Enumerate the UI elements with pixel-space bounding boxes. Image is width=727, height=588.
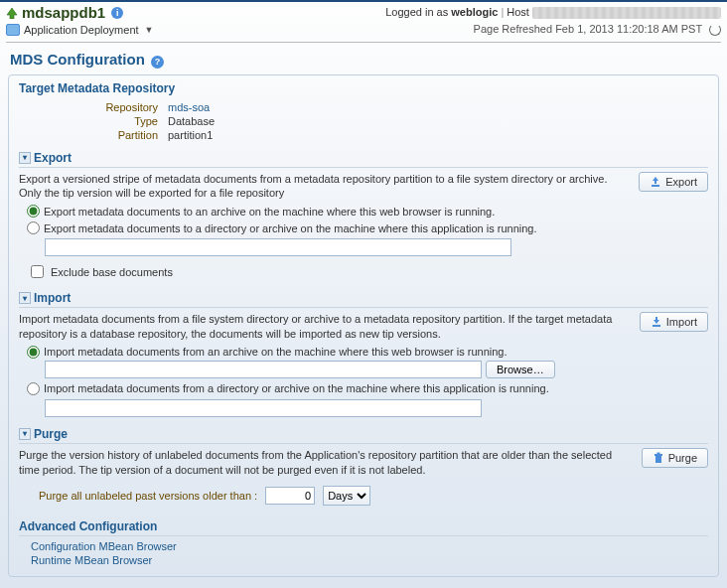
export-radio-server-label: Export metadata documents to a directory… — [44, 222, 537, 234]
import-disclose-icon[interactable]: ▾ — [19, 292, 31, 304]
purge-disclose-icon[interactable]: ▾ — [19, 428, 31, 440]
partition-label: Partition — [19, 129, 168, 141]
target-repo-title: Target Metadata Repository — [19, 81, 708, 95]
main-panel: Target Metadata Repository Repository md… — [8, 74, 719, 577]
svg-rect-1 — [653, 325, 660, 327]
page-title: MDS Configuration ? — [0, 49, 727, 74]
exclude-base-checkbox[interactable] — [31, 265, 44, 278]
import-file-input[interactable] — [45, 361, 482, 378]
refresh-icon[interactable] — [709, 24, 721, 36]
up-arrow-icon — [6, 7, 18, 19]
advanced-config-title: Advanced Configuration — [19, 519, 708, 536]
app-name: mdsappdb1 — [22, 4, 105, 21]
import-radio-browser[interactable] — [27, 346, 40, 359]
import-description: Import metadata documents from a file sy… — [19, 312, 632, 342]
runtime-mbean-link[interactable]: Runtime MBean Browser — [31, 554, 708, 566]
svg-rect-2 — [655, 456, 661, 463]
help-icon[interactable]: ? — [151, 56, 164, 69]
export-button[interactable]: Export — [639, 172, 708, 192]
purge-description: Purge the version history of unlabeled d… — [19, 448, 634, 478]
export-path-input[interactable] — [45, 238, 511, 256]
export-radio-browser-label: Export metadata documents to an archive … — [44, 206, 495, 218]
login-status: Logged in as weblogic | Host — [385, 6, 721, 19]
import-radio-server-label: Import metadata documents from a directo… — [44, 382, 549, 394]
type-value: Database — [168, 115, 215, 127]
export-radio-browser[interactable] — [27, 205, 40, 218]
import-path-input[interactable] — [45, 399, 482, 417]
host-value-redacted — [532, 7, 721, 19]
svg-rect-4 — [656, 452, 659, 454]
purge-age-label: Purge all unlabeled past versions older … — [39, 490, 257, 502]
info-icon[interactable]: i — [111, 7, 123, 19]
import-radio-server[interactable] — [27, 382, 40, 395]
svg-rect-0 — [652, 185, 659, 187]
export-radio-server[interactable] — [27, 221, 40, 234]
repository-label: Repository — [19, 101, 168, 113]
import-radio-browser-label: Import metadata documents from an archiv… — [44, 346, 508, 358]
browse-button[interactable]: Browse… — [486, 361, 555, 378]
export-description: Export a versioned stripe of metadata do… — [19, 172, 631, 202]
config-mbean-link[interactable]: Configuration MBean Browser — [31, 540, 708, 552]
chevron-down-icon: ▼ — [145, 25, 154, 35]
purge-button[interactable]: Purge — [642, 448, 708, 468]
deployment-icon — [6, 24, 20, 36]
partition-value: partition1 — [168, 129, 213, 141]
purge-icon — [653, 452, 664, 464]
import-title: Import — [34, 291, 71, 305]
export-title: Export — [34, 151, 72, 165]
svg-rect-3 — [654, 454, 662, 456]
purge-age-input[interactable] — [265, 487, 315, 505]
import-button[interactable]: Import — [640, 312, 708, 332]
page-refreshed-label: Page Refreshed Feb 1, 2013 11:20:18 AM P… — [474, 23, 702, 35]
repository-link[interactable]: mds-soa — [168, 101, 210, 113]
exclude-base-label: Exclude base documents — [51, 266, 173, 278]
purge-unit-select[interactable]: Days — [323, 486, 370, 506]
purge-title: Purge — [34, 427, 68, 441]
type-label: Type — [19, 115, 168, 127]
export-disclose-icon[interactable]: ▾ — [19, 152, 31, 164]
import-icon — [651, 316, 662, 328]
export-icon — [650, 176, 661, 188]
app-deployment-menu[interactable]: Application Deployment ▼ — [6, 24, 154, 36]
